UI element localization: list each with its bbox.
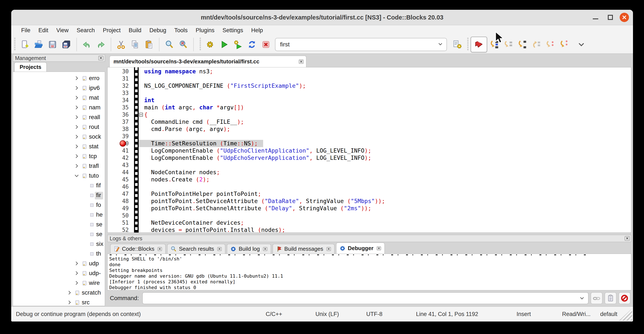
line-number[interactable]: 37: [108, 118, 129, 125]
tree-item-scratch[interactable]: scratch: [13, 288, 105, 298]
editor-tab-first-cc[interactable]: mnt/dev/tools/source/ns-3-dev/examples/t…: [110, 56, 306, 67]
logs-tab-build-messages[interactable]: Build messages: [273, 244, 334, 254]
new-file-button[interactable]: [18, 37, 32, 52]
tree-item-mat[interactable]: mat: [13, 93, 105, 103]
command-combobox[interactable]: [142, 292, 588, 304]
debug-continue-button[interactable]: [470, 37, 487, 52]
save-button[interactable]: [46, 37, 60, 52]
tree-item-udp[interactable]: udp-: [13, 268, 105, 278]
step-out-button[interactable]: [529, 37, 543, 52]
minimize-button[interactable]: [591, 13, 600, 22]
tree-item-fir[interactable]: fir: [13, 191, 105, 200]
line-number[interactable]: 30: [108, 68, 129, 75]
menu-help[interactable]: Help: [247, 27, 267, 34]
line-number[interactable]: 52: [108, 226, 129, 233]
code-editor[interactable]: 30using namespace ns3;3132NS_LOG_COMPONE…: [107, 67, 631, 233]
chevron-down-icon[interactable]: [579, 295, 585, 301]
build-target-combobox[interactable]: first: [275, 38, 447, 51]
line-number[interactable]: 51: [108, 219, 129, 226]
line-number[interactable]: 31: [108, 75, 129, 82]
menu-tools[interactable]: Tools: [170, 27, 192, 34]
line-number[interactable]: 49: [108, 205, 129, 212]
tree-item-six[interactable]: six: [13, 239, 105, 249]
editor-tab-close-button[interactable]: [298, 59, 304, 65]
menu-debug[interactable]: Debug: [146, 27, 170, 34]
tree-item-sock[interactable]: sock: [13, 132, 105, 142]
tree-item-ipv6[interactable]: ipv6: [13, 83, 105, 93]
line-number[interactable]: 34: [108, 97, 129, 104]
tab-projects[interactable]: Projects: [14, 62, 46, 72]
tree-item-udp[interactable]: udp: [13, 259, 105, 268]
cut-button[interactable]: [114, 37, 128, 52]
next-instruction-button[interactable]: [543, 37, 557, 52]
menu-edit[interactable]: Edit: [34, 27, 52, 34]
copy-log-button[interactable]: [604, 292, 616, 304]
tab-close-icon[interactable]: [217, 246, 222, 251]
horizontal-splitter[interactable]: [107, 233, 631, 235]
paste-button[interactable]: [142, 37, 156, 52]
tree-item-wire[interactable]: wire: [13, 278, 105, 288]
logs-tab-build-log[interactable]: Build log: [227, 244, 271, 254]
tree-item-nam[interactable]: nam: [13, 103, 105, 113]
tree-item-fo[interactable]: fo: [13, 200, 105, 210]
tree-item-he[interactable]: he: [13, 210, 105, 220]
management-close-button[interactable]: [98, 55, 104, 61]
step-into-button[interactable]: [515, 37, 529, 52]
command-input[interactable]: [143, 293, 588, 304]
line-number[interactable]: 35: [108, 104, 129, 111]
tab-close-icon[interactable]: [263, 246, 268, 251]
line-number[interactable]: 39: [108, 133, 129, 140]
step-into-instruction-button[interactable]: [557, 37, 571, 52]
replace-button[interactable]: R: [176, 37, 190, 52]
line-number[interactable]: 43: [108, 161, 129, 169]
vertical-splitter[interactable]: [105, 55, 107, 306]
copy-button[interactable]: [128, 37, 142, 52]
line-number[interactable]: 41: [108, 147, 129, 154]
line-number[interactable]: 46: [108, 183, 129, 190]
tree-item-tuto[interactable]: tuto: [13, 171, 105, 181]
line-number[interactable]: 47: [108, 190, 129, 197]
logs-tab-search-results[interactable]: Search results: [167, 244, 225, 254]
line-number[interactable]: 45: [108, 176, 129, 183]
tree-item-rout[interactable]: rout: [13, 122, 105, 132]
stop-debugger-button[interactable]: [618, 292, 630, 304]
menu-project[interactable]: Project: [99, 27, 125, 34]
build-button[interactable]: [203, 37, 217, 52]
tree-item-trafl[interactable]: trafl: [13, 161, 105, 171]
line-number[interactable]: 36: [108, 111, 129, 118]
tree-item-reall[interactable]: reall: [13, 113, 105, 122]
menu-build[interactable]: Build: [125, 27, 146, 34]
menu-settings[interactable]: Settings: [218, 27, 247, 34]
tree-item-erro[interactable]: erro: [13, 74, 105, 83]
logs-tab-debugger[interactable]: Debugger: [336, 243, 385, 254]
line-number[interactable]: 42: [108, 154, 129, 161]
tree-item-th[interactable]: th: [13, 249, 105, 259]
breakpoint-marker[interactable]: [120, 140, 126, 147]
line-number[interactable]: 38: [108, 125, 129, 133]
open-file-button[interactable]: [32, 37, 46, 52]
maximize-button[interactable]: [606, 13, 615, 22]
close-button[interactable]: ✕: [620, 13, 629, 22]
menu-plugins[interactable]: Plugins: [192, 27, 218, 34]
tab-close-icon[interactable]: [376, 246, 382, 251]
line-number[interactable]: 33: [108, 89, 129, 97]
menu-view[interactable]: View: [52, 27, 72, 34]
menu-search[interactable]: Search: [72, 27, 99, 34]
chevron-down-button[interactable]: [574, 37, 588, 52]
abort-button[interactable]: [259, 37, 273, 52]
tab-close-icon[interactable]: [326, 246, 331, 251]
build-and-run-button[interactable]: [231, 37, 245, 52]
tab-close-icon[interactable]: [157, 246, 162, 251]
fold-marker[interactable]: [139, 113, 143, 117]
find-button[interactable]: [162, 37, 176, 52]
debugger-output[interactable]: Setting SHELL to '/bin/sh'doneSetting br…: [107, 254, 631, 290]
tree-item-stat[interactable]: stat: [13, 142, 105, 152]
line-number[interactable]: 32: [108, 82, 129, 89]
script-properties-button[interactable]: [450, 37, 464, 52]
attach-button[interactable]: [591, 292, 602, 304]
logs-tab-code-blocks[interactable]: Code::Blocks: [110, 244, 166, 254]
toolbar-gripper[interactable]: [14, 38, 16, 51]
redo-button[interactable]: [94, 37, 108, 52]
line-number[interactable]: 50: [108, 212, 129, 219]
line-number[interactable]: 44: [108, 169, 129, 176]
